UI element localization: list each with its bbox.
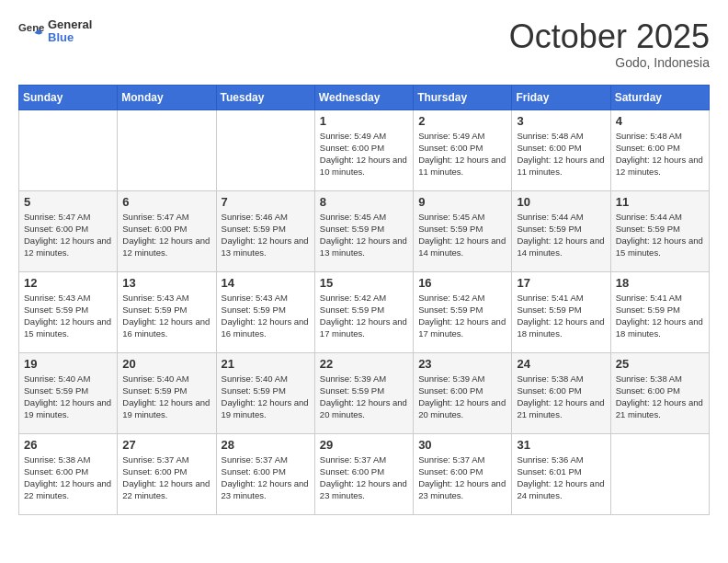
calendar-cell: 20Sunrise: 5:40 AMSunset: 5:59 PMDayligh… <box>118 352 216 433</box>
calendar-cell: 29Sunrise: 5:37 AMSunset: 6:00 PMDayligh… <box>314 433 413 514</box>
day-info: Sunrise: 5:49 AMSunset: 6:00 PMDaylight:… <box>418 130 506 178</box>
day-number: 14 <box>222 276 310 290</box>
logo: General General Blue <box>18 18 92 45</box>
calendar-cell: 31Sunrise: 5:36 AMSunset: 6:01 PMDayligh… <box>512 433 610 514</box>
day-info: Sunrise: 5:38 AMSunset: 6:00 PMDaylight:… <box>24 454 112 502</box>
day-number: 9 <box>418 195 506 209</box>
day-number: 8 <box>320 195 408 209</box>
weekday-header-row: SundayMondayTuesdayWednesdayThursdayFrid… <box>19 85 710 109</box>
day-info: Sunrise: 5:45 AMSunset: 5:59 PMDaylight:… <box>418 211 506 259</box>
day-number: 26 <box>24 438 112 452</box>
calendar-cell: 11Sunrise: 5:44 AMSunset: 5:59 PMDayligh… <box>610 190 709 271</box>
day-number: 4 <box>616 114 704 128</box>
day-info: Sunrise: 5:45 AMSunset: 5:59 PMDaylight:… <box>320 211 408 259</box>
day-number: 23 <box>418 357 506 371</box>
calendar-cell <box>19 109 118 190</box>
day-number: 31 <box>517 438 605 452</box>
day-number: 25 <box>616 357 704 371</box>
day-info: Sunrise: 5:37 AMSunset: 6:00 PMDaylight:… <box>418 454 506 502</box>
calendar-cell: 9Sunrise: 5:45 AMSunset: 5:59 PMDaylight… <box>414 190 512 271</box>
day-info: Sunrise: 5:42 AMSunset: 5:59 PMDaylight:… <box>418 292 506 340</box>
day-number: 27 <box>122 438 210 452</box>
day-number: 19 <box>24 357 112 371</box>
day-info: Sunrise: 5:37 AMSunset: 6:00 PMDaylight:… <box>122 454 210 502</box>
calendar-cell: 12Sunrise: 5:43 AMSunset: 5:59 PMDayligh… <box>19 271 118 352</box>
day-number: 17 <box>517 276 605 290</box>
day-number: 13 <box>122 276 210 290</box>
calendar-table: SundayMondayTuesdayWednesdayThursdayFrid… <box>18 85 710 515</box>
day-number: 30 <box>418 438 506 452</box>
week-row-2: 5Sunrise: 5:47 AMSunset: 6:00 PMDaylight… <box>19 190 710 271</box>
week-row-3: 12Sunrise: 5:43 AMSunset: 5:59 PMDayligh… <box>19 271 710 352</box>
day-info: Sunrise: 5:43 AMSunset: 5:59 PMDaylight:… <box>24 292 112 340</box>
calendar-cell: 17Sunrise: 5:41 AMSunset: 5:59 PMDayligh… <box>512 271 610 352</box>
calendar-cell: 13Sunrise: 5:43 AMSunset: 5:59 PMDayligh… <box>118 271 216 352</box>
calendar-cell: 14Sunrise: 5:43 AMSunset: 5:59 PMDayligh… <box>216 271 314 352</box>
day-number: 10 <box>517 195 605 209</box>
day-info: Sunrise: 5:38 AMSunset: 6:00 PMDaylight:… <box>517 373 605 421</box>
calendar-cell <box>216 109 314 190</box>
calendar-cell: 24Sunrise: 5:38 AMSunset: 6:00 PMDayligh… <box>512 352 610 433</box>
day-number: 18 <box>616 276 704 290</box>
calendar-cell: 6Sunrise: 5:47 AMSunset: 6:00 PMDaylight… <box>118 190 216 271</box>
day-info: Sunrise: 5:40 AMSunset: 5:59 PMDaylight:… <box>222 373 310 421</box>
calendar-cell: 15Sunrise: 5:42 AMSunset: 5:59 PMDayligh… <box>314 271 413 352</box>
calendar-cell: 4Sunrise: 5:48 AMSunset: 6:00 PMDaylight… <box>610 109 709 190</box>
weekday-header-sunday: Sunday <box>19 85 118 109</box>
calendar-cell: 16Sunrise: 5:42 AMSunset: 5:59 PMDayligh… <box>414 271 512 352</box>
calendar-cell: 28Sunrise: 5:37 AMSunset: 6:00 PMDayligh… <box>216 433 314 514</box>
day-info: Sunrise: 5:36 AMSunset: 6:01 PMDaylight:… <box>517 454 605 502</box>
day-info: Sunrise: 5:40 AMSunset: 5:59 PMDaylight:… <box>122 373 210 421</box>
calendar-cell: 27Sunrise: 5:37 AMSunset: 6:00 PMDayligh… <box>118 433 216 514</box>
day-info: Sunrise: 5:47 AMSunset: 6:00 PMDaylight:… <box>122 211 210 259</box>
day-number: 28 <box>222 438 310 452</box>
day-number: 3 <box>517 114 605 128</box>
day-info: Sunrise: 5:49 AMSunset: 6:00 PMDaylight:… <box>320 130 408 178</box>
day-number: 16 <box>418 276 506 290</box>
day-number: 2 <box>418 114 506 128</box>
weekday-header-monday: Monday <box>118 85 216 109</box>
location-subtitle: Godo, Indonesia <box>509 55 710 70</box>
day-number: 7 <box>222 195 310 209</box>
calendar-cell <box>610 433 709 514</box>
calendar-cell: 1Sunrise: 5:49 AMSunset: 6:00 PMDaylight… <box>314 109 413 190</box>
day-number: 24 <box>517 357 605 371</box>
day-number: 1 <box>320 114 408 128</box>
calendar-cell: 26Sunrise: 5:38 AMSunset: 6:00 PMDayligh… <box>19 433 118 514</box>
day-info: Sunrise: 5:47 AMSunset: 6:00 PMDaylight:… <box>24 211 112 259</box>
day-info: Sunrise: 5:48 AMSunset: 6:00 PMDaylight:… <box>616 130 704 178</box>
day-info: Sunrise: 5:48 AMSunset: 6:00 PMDaylight:… <box>517 130 605 178</box>
day-info: Sunrise: 5:39 AMSunset: 5:59 PMDaylight:… <box>320 373 408 421</box>
logo-general-text: General <box>48 17 92 31</box>
day-number: 5 <box>24 195 112 209</box>
calendar-cell: 23Sunrise: 5:39 AMSunset: 6:00 PMDayligh… <box>414 352 512 433</box>
day-info: Sunrise: 5:43 AMSunset: 5:59 PMDaylight:… <box>122 292 210 340</box>
page-header: General General Blue October 2025 Godo, … <box>18 18 710 70</box>
weekday-header-wednesday: Wednesday <box>314 85 413 109</box>
calendar-cell: 10Sunrise: 5:44 AMSunset: 5:59 PMDayligh… <box>512 190 610 271</box>
calendar-cell: 18Sunrise: 5:41 AMSunset: 5:59 PMDayligh… <box>610 271 709 352</box>
logo-icon: General <box>18 18 44 44</box>
day-info: Sunrise: 5:41 AMSunset: 5:59 PMDaylight:… <box>616 292 704 340</box>
day-info: Sunrise: 5:43 AMSunset: 5:59 PMDaylight:… <box>222 292 310 340</box>
day-number: 15 <box>320 276 408 290</box>
calendar-cell: 21Sunrise: 5:40 AMSunset: 5:59 PMDayligh… <box>216 352 314 433</box>
calendar-cell: 25Sunrise: 5:38 AMSunset: 6:00 PMDayligh… <box>610 352 709 433</box>
calendar-cell: 7Sunrise: 5:46 AMSunset: 5:59 PMDaylight… <box>216 190 314 271</box>
calendar-cell: 3Sunrise: 5:48 AMSunset: 6:00 PMDaylight… <box>512 109 610 190</box>
day-info: Sunrise: 5:39 AMSunset: 6:00 PMDaylight:… <box>418 373 506 421</box>
day-number: 12 <box>24 276 112 290</box>
day-number: 20 <box>122 357 210 371</box>
calendar-cell: 8Sunrise: 5:45 AMSunset: 5:59 PMDaylight… <box>314 190 413 271</box>
month-title: October 2025 <box>509 18 710 55</box>
calendar-cell: 19Sunrise: 5:40 AMSunset: 5:59 PMDayligh… <box>19 352 118 433</box>
day-number: 29 <box>320 438 408 452</box>
title-block: October 2025 Godo, Indonesia <box>509 18 710 70</box>
week-row-5: 26Sunrise: 5:38 AMSunset: 6:00 PMDayligh… <box>19 433 710 514</box>
day-info: Sunrise: 5:42 AMSunset: 5:59 PMDaylight:… <box>320 292 408 340</box>
day-info: Sunrise: 5:41 AMSunset: 5:59 PMDaylight:… <box>517 292 605 340</box>
day-info: Sunrise: 5:46 AMSunset: 5:59 PMDaylight:… <box>222 211 310 259</box>
calendar-cell <box>118 109 216 190</box>
day-info: Sunrise: 5:44 AMSunset: 5:59 PMDaylight:… <box>616 211 704 259</box>
weekday-header-thursday: Thursday <box>414 85 512 109</box>
